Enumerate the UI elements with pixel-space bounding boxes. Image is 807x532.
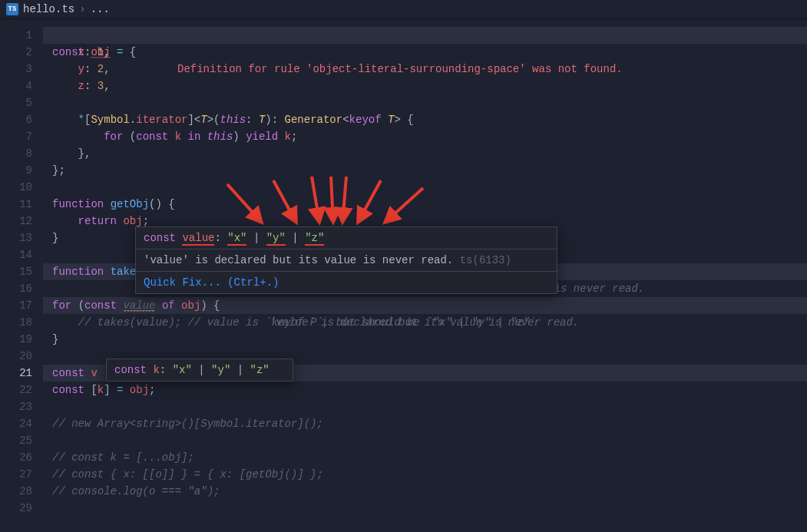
svg-line-2: [273, 180, 296, 223]
line-number: 10: [0, 179, 43, 196]
typescript-file-icon: TS: [6, 3, 18, 15]
line-number: 14: [0, 246, 43, 263]
code-line[interactable]: },: [43, 145, 807, 162]
code-line[interactable]: [43, 500, 807, 517]
line-number: 27: [0, 466, 43, 483]
line-number: 23: [0, 398, 43, 415]
breadcrumb-more[interactable]: ...: [91, 3, 110, 15]
line-number: 16: [0, 280, 43, 297]
line-number: 12: [0, 213, 43, 230]
code-line[interactable]: *[Symbol.iterator]<T>(this: T): Generato…: [43, 111, 807, 128]
code-area[interactable]: const obj = { Definition for rule 'objec…: [43, 19, 807, 532]
line-number: 29: [0, 500, 43, 517]
code-line[interactable]: x: 1,: [43, 44, 807, 61]
code-line[interactable]: // const { x: [[o]] } = { x: [getObj()] …: [43, 466, 807, 483]
code-line[interactable]: [43, 94, 807, 111]
code-line[interactable]: // new Array<string>()[Symbol.iterator](…: [43, 415, 807, 432]
breadcrumb-file[interactable]: hello.ts: [23, 3, 74, 15]
line-number: 2: [0, 44, 43, 61]
line-number: 25: [0, 432, 43, 449]
hover-tooltip: const k: "x" | "y" | "z": [106, 359, 293, 382]
code-line[interactable]: for (const value of obj) { 'value' is de…: [43, 297, 807, 314]
line-number: 13: [0, 230, 43, 246]
svg-line-3: [312, 177, 319, 223]
line-number: 6: [0, 111, 43, 128]
line-number: 18: [0, 314, 43, 331]
line-number: 24: [0, 415, 43, 432]
line-number: 26: [0, 449, 43, 466]
line-number: 20: [0, 348, 43, 365]
code-line[interactable]: [43, 432, 807, 449]
line-number: 1: [0, 27, 43, 44]
line-number: 5: [0, 94, 43, 111]
svg-line-5: [342, 177, 346, 223]
svg-line-4: [331, 177, 333, 223]
svg-line-7: [385, 188, 423, 223]
quick-fix-link[interactable]: Quick Fix... (Ctrl+.): [136, 272, 557, 293]
code-line[interactable]: // console.log(o === "a");: [43, 483, 807, 500]
hover-tooltip: const value: "x" | "y" | "z" 'value' is …: [135, 226, 557, 294]
code-line[interactable]: y: 2,: [43, 61, 807, 78]
line-number: 4: [0, 78, 43, 94]
code-line[interactable]: const obj = { Definition for rule 'objec…: [43, 27, 807, 44]
line-number: 3: [0, 61, 43, 78]
code-line[interactable]: z: 3,: [43, 78, 807, 94]
editor[interactable]: 1234567891011121314151617181920212223242…: [0, 19, 807, 532]
line-number-gutter: 1234567891011121314151617181920212223242…: [0, 19, 43, 532]
line-number: 28: [0, 483, 43, 500]
code-line[interactable]: for (const k in this) yield k;: [43, 128, 807, 145]
line-number: 9: [0, 162, 43, 179]
line-number: 21: [0, 365, 43, 382]
line-number: 22: [0, 382, 43, 398]
line-number: 15: [0, 263, 43, 280]
breadcrumb-separator-icon: ›: [79, 3, 85, 15]
line-number: 19: [0, 331, 43, 348]
hover-message: 'value' is declared but its value is nev…: [136, 249, 557, 271]
code-line[interactable]: // takes(value); // value is `keyof P`, …: [43, 314, 807, 331]
code-line[interactable]: }: [43, 331, 807, 348]
code-line[interactable]: [43, 398, 807, 415]
breadcrumb: TS hello.ts › ...: [0, 0, 807, 19]
line-number: 11: [0, 196, 43, 213]
code-line[interactable]: const [k] = obj;: [43, 382, 807, 398]
line-number: 8: [0, 145, 43, 162]
line-number: 17: [0, 297, 43, 314]
hover-signature: const value: "x" | "y" | "z": [136, 227, 557, 249]
svg-line-6: [358, 180, 381, 223]
hover-signature: const k: "x" | "y" | "z": [107, 359, 293, 381]
code-line[interactable]: // const k = [...obj];: [43, 449, 807, 466]
svg-line-1: [227, 184, 262, 223]
line-number: 7: [0, 128, 43, 145]
